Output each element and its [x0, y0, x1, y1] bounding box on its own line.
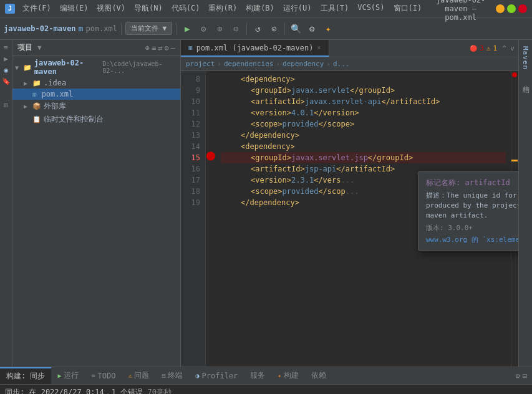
breadcrumb-sep-1: ›	[217, 60, 221, 68]
code-ellipsis-18: ...	[346, 186, 359, 197]
toolbar-separator-1	[121, 22, 122, 35]
breadcrumb-dependencies[interactable]: dependencies	[224, 60, 273, 68]
maximize-button[interactable]	[507, 4, 516, 13]
left-icon-bookmark[interactable]: 🔖	[1, 76, 11, 86]
menu-code[interactable]: 代码(C)	[168, 2, 204, 15]
bottom-tab-problems-label: 问题	[134, 370, 149, 381]
menu-window[interactable]: 窗口(I)	[390, 2, 426, 15]
bottom-tab-build-sync[interactable]: 构建: 同步	[0, 367, 51, 384]
run-button[interactable]: ▶	[180, 22, 194, 36]
bottom-tab-profiler[interactable]: ◑ Profiler	[189, 367, 244, 384]
current-file-dropdown[interactable]: 当前文件 ▼	[125, 22, 172, 35]
panel-settings-icon[interactable]: ⚙	[165, 44, 169, 52]
gutter-10	[206, 94, 216, 105]
menu-edit[interactable]: 编辑(E)	[56, 2, 92, 15]
panel-add-icon[interactable]: ⊕	[145, 44, 150, 52]
bottom-tab-problems[interactable]: ⚠ 问题	[122, 367, 155, 384]
breadcrumb-d[interactable]: d...	[333, 60, 350, 68]
settings-button[interactable]: ⚙	[305, 22, 319, 36]
breadcrumb-dependency[interactable]: dependency	[283, 60, 324, 68]
toolbar-filename: pom.xml	[85, 24, 117, 33]
tab-pomxml[interactable]: m pom.xml (javaweb-02-maven) ×	[181, 40, 329, 57]
code-tag-18a: <scope>	[251, 186, 283, 197]
code-tag-10b: </artifactId>	[382, 96, 440, 107]
left-icon-structure[interactable]: ⊞	[1, 100, 11, 110]
panel-collapse-icon[interactable]: —	[171, 44, 175, 52]
profile-button[interactable]: ⊕	[213, 22, 226, 36]
maven-panel-button[interactable]: Maven	[520, 42, 531, 74]
code-editor[interactable]: 8 9 10 11 12 13 14 15 16 17 18 19	[181, 71, 518, 367]
tab-arrows[interactable]: ^ v	[502, 44, 515, 52]
tree-icon-scratches: 📋	[32, 115, 41, 123]
code-tag-11b: </version>	[314, 107, 359, 118]
menu-run[interactable]: 运行(U)	[279, 2, 316, 15]
menu-navigate[interactable]: 导航(N)	[130, 2, 167, 15]
tree-item-pomxml[interactable]: m pom.xml	[12, 89, 180, 100]
terminal-icon: ⊟	[162, 372, 165, 379]
tooltip-title-label: 标记名称:	[426, 178, 460, 187]
line-num-16: 16	[181, 163, 200, 175]
bottom-tab-services[interactable]: 服务	[244, 367, 271, 384]
project-label[interactable]: javaweb-02-maven	[4, 24, 76, 33]
menu-vcs[interactable]: VCS(S)	[354, 2, 388, 15]
code-tag-12b: </scope>	[318, 118, 354, 130]
code-tag-17a: <version>	[251, 175, 291, 186]
code-tag-13: </dependency>	[241, 130, 299, 141]
line-num-15: 15	[181, 152, 200, 163]
breadcrumb-project[interactable]: project	[186, 60, 215, 68]
revert-button[interactable]: ↺	[251, 22, 264, 36]
panel-sync-icon[interactable]: ⇄	[158, 44, 162, 52]
bottom-tab-terminal-label: 终端	[168, 370, 183, 381]
bottom-tab-run[interactable]: ▶ 运行	[51, 367, 85, 384]
panel-settings-btn[interactable]: ⚙	[516, 372, 520, 380]
gutter-8	[206, 71, 216, 82]
left-icon-3[interactable]: ◉	[1, 65, 11, 75]
debug-button[interactable]: ⚙	[196, 22, 210, 36]
error-count-badge: 🔴	[470, 45, 477, 52]
search-everywhere-button[interactable]: 🔍	[289, 22, 302, 36]
tree-item-root[interactable]: ▼ 📁 javaweb-02-maven D:\code\javaweb-02-…	[12, 57, 180, 77]
bottom-tab-todo[interactable]: ≡ TODO	[85, 367, 122, 384]
menu-view[interactable]: 视图(V)	[93, 2, 129, 15]
tree-label-scratches: 临时文件和控制台	[44, 114, 104, 125]
line-num-17: 17	[181, 175, 200, 186]
tree-item-scratches[interactable]: 📋 临时文件和控制台	[12, 113, 180, 126]
code-tag-9b: </groupId>	[350, 85, 395, 96]
left-icon-2[interactable]: ▶	[1, 54, 11, 64]
menu-refactor[interactable]: 重构(R)	[205, 2, 241, 15]
tree-icon-extlibs: 📦	[32, 102, 41, 110]
tab-close-pomxml[interactable]: ×	[317, 44, 321, 51]
project-panel-header: 项目 ▼ ⊕ ≡ ⇄ ⚙ —	[12, 40, 180, 56]
code-val-9: javax.servlet	[291, 85, 350, 96]
tooltip-link[interactable]: www.w3.org 的 `xs:element` ↗	[426, 235, 518, 244]
coverage-button[interactable]: ⊖	[229, 22, 243, 36]
tree-item-idea[interactable]: ▶ 📁 .idea	[12, 77, 180, 89]
tree-item-extlibs[interactable]: ▶ 📦 外部库	[12, 100, 180, 113]
window-title: javaweb-02-maven – pom.xml	[429, 0, 492, 22]
editor-area: m pom.xml (javaweb-02-maven) × 🔴 3 ⚠ 1 ^…	[181, 40, 518, 367]
menu-file[interactable]: 文件(F)	[19, 2, 55, 15]
menu-build[interactable]: 构建(B)	[242, 2, 278, 15]
warn-icon: ⚠	[486, 44, 491, 52]
code-tag-12a: <scope>	[251, 118, 283, 130]
commit-button[interactable]: ⊙	[267, 22, 281, 36]
bottom-tab-terminal[interactable]: ⊟ 终端	[155, 367, 189, 384]
close-button[interactable]	[518, 4, 527, 13]
plugin-button[interactable]: ✦	[321, 22, 335, 36]
code-tag-18b: </scop	[318, 186, 345, 197]
panel-list-icon[interactable]: ≡	[152, 44, 156, 52]
panel-title-arrow[interactable]: ▼	[37, 44, 42, 52]
code-tag-16b: </artifactId>	[336, 163, 395, 175]
bottom-tab-deps[interactable]: 依赖	[305, 367, 332, 384]
tree-label-root: javaweb-02-maven	[34, 59, 100, 76]
menu-tools[interactable]: 工具(T)	[317, 2, 353, 15]
bottom-tab-build[interactable]: ✦ 构建	[271, 367, 305, 384]
main-layout: ≡ ▶ ◉ 🔖 ⊞ 项目 ▼ ⊕ ≡ ⇄ ⚙ — ▼ 📁 javaweb-02-…	[0, 40, 532, 367]
code-line-15: <groupId>javax.servlet.jsp</groupId>	[221, 152, 506, 163]
tooltip-description: 描述：The unique id for an artifact produce…	[426, 191, 518, 221]
left-icon-1[interactable]: ≡	[1, 42, 11, 52]
panel-toggle-btn[interactable]: ⊟	[523, 372, 527, 380]
minimize-button[interactable]	[496, 4, 505, 13]
bottom-tabs: 构建: 同步 ▶ 运行 ≡ TODO ⚠ 问题 ⊟ 终端 ◑ Profiler …	[0, 367, 532, 385]
tree-label-idea: .idea	[44, 79, 66, 87]
